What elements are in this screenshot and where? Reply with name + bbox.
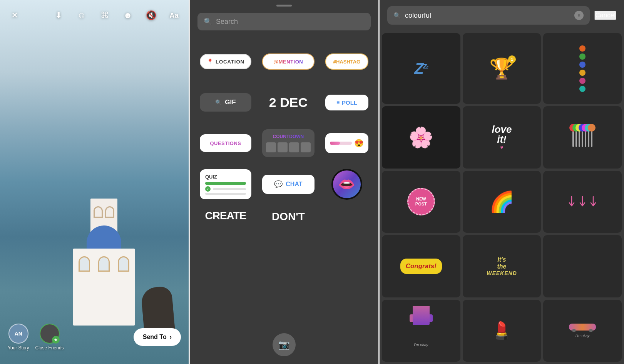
giphy-search-bar: 🔍 colourful × Cancel (380, 0, 624, 31)
sticker-poll[interactable]: ≡ POLL (323, 85, 371, 120)
panel-handle (276, 5, 292, 7)
sticker-quiz[interactable]: QUIZ ✓ (197, 167, 254, 202)
your-story-avatar: AN (8, 324, 28, 344)
giphy-result-zzz[interactable]: Zzz (382, 33, 460, 104)
story-toolbar: ✕ ⬇ ☺ ⌘ ☻ 🔇 Aa (0, 0, 189, 31)
giphy-result-trophy[interactable]: 🏆 1 (463, 33, 541, 104)
new-post-sticker: NEWPOST (407, 188, 435, 215)
quiz-label: QUIZ (205, 174, 246, 180)
emoji-button[interactable]: ☺ (75, 8, 89, 22)
giphy-result-new-post[interactable]: NEWPOST (382, 171, 460, 233)
poll-label: POLL (342, 99, 357, 106)
gif-search-icon: 🔍 (215, 99, 222, 105)
date-label: 2 DEC (269, 95, 308, 110)
sticker-mouth-emoji[interactable]: 👄 (323, 167, 371, 202)
audio-button[interactable]: 🔇 (144, 8, 158, 22)
camera-button[interactable]: 📷 (273, 333, 296, 356)
giphy-result-dots[interactable] (543, 33, 622, 104)
giphy-result-love-it[interactable]: love it! ♥ (463, 106, 541, 168)
giphy-result-empty[interactable] (543, 235, 622, 297)
link-button[interactable]: ⌘ (98, 8, 112, 22)
weekend-sticker: It's the WEEKEND (487, 256, 517, 276)
giphy-result-arrows[interactable] (543, 171, 622, 233)
face-effects-button[interactable]: ☻ (121, 8, 135, 22)
hashtag-label: #HASHTAG (333, 59, 361, 65)
gif-label: GIF (225, 99, 236, 106)
giphy-search-panel: 🔍 colourful × Cancel Zzz 🏆 1 (380, 0, 624, 364)
send-to-arrow: › (170, 334, 172, 341)
giphy-result-skateboard[interactable]: I'm okay (543, 300, 622, 362)
your-story-group[interactable]: AN Your Story (8, 324, 29, 351)
countdown-label: COUNTDOWN (266, 134, 311, 139)
location-label: LOCATION (216, 59, 244, 65)
mouth-emoji-sticker: 👄 (331, 169, 362, 200)
giphy-result-flower[interactable]: 🌸 (382, 106, 460, 168)
chat-bubble-icon: 💬 (274, 180, 283, 189)
sticker-mention[interactable]: @MENTION (260, 44, 317, 79)
zzz-sticker: Zzz (415, 60, 428, 77)
chat-label: CHAT (286, 181, 302, 188)
giphy-result-compact[interactable]: 💄 (463, 300, 541, 362)
giphy-cancel-button[interactable]: Cancel (594, 11, 616, 20)
close-friends-badge: ★ (52, 336, 60, 344)
download-button[interactable]: ⬇ (52, 8, 65, 22)
send-to-label: Send To (143, 334, 167, 341)
giphy-result-lollipops[interactable] (543, 106, 622, 168)
sticker-questions[interactable]: QUESTIONS (197, 126, 254, 160)
giphy-result-congrats[interactable]: Congrats! (382, 235, 460, 297)
sticker-create-dont[interactable]: CREATE (197, 208, 254, 243)
sticker-emoji-slider[interactable]: 😍 (323, 126, 371, 160)
congrats-sticker: Congrats! (400, 259, 442, 274)
sticker-date[interactable]: 2 DEC (260, 85, 317, 120)
sticker-search-bar[interactable]: 🔍 Search (197, 13, 371, 30)
giphy-search-input-box[interactable]: 🔍 colourful × (387, 6, 590, 25)
mention-label: @MENTION (274, 59, 303, 65)
giphy-result-makeup-brush[interactable]: I'm okay (382, 300, 460, 362)
story-background (0, 0, 189, 364)
flower-sticker: 🌸 (408, 126, 433, 149)
giphy-result-rainbow[interactable]: 🌈 (463, 171, 541, 233)
sticker-picker-panel: 🔍 Search 📍 LOCATION @MENTION #HASHTAG 🔍 (190, 0, 378, 364)
location-pin-icon: 📍 (207, 58, 213, 65)
search-icon: 🔍 (204, 17, 212, 26)
love-it-sticker: love it! ♥ (492, 124, 512, 150)
partial-sticker-2: DON'T (260, 208, 317, 243)
dont-label: DON'T (272, 210, 305, 223)
giphy-clear-button[interactable]: × (574, 11, 584, 20)
send-to-button[interactable]: Send To › (134, 328, 181, 346)
slider-emoji: 😍 (354, 139, 364, 148)
your-story-label: Your Story (8, 345, 29, 351)
create-dont-label: CREATE (205, 210, 246, 221)
sticker-gif[interactable]: 🔍 GIF (197, 85, 254, 120)
questions-label: QUESTIONS (210, 140, 241, 146)
sticker-chat[interactable]: 💬 CHAT (260, 167, 317, 202)
sticker-hashtag[interactable]: #HASHTAG (323, 44, 371, 79)
sticker-grid: 📍 LOCATION @MENTION #HASHTAG 🔍 GIF 2 DEC (190, 37, 378, 250)
sticker-search-placeholder: Search (216, 18, 238, 26)
story-bottom-bar: AN Your Story ★ Close Friends Send To › (0, 318, 189, 364)
compact-sticker: 💄 (491, 321, 512, 341)
rainbow-sticker: 🌈 (489, 190, 514, 214)
close-button[interactable]: ✕ (8, 8, 22, 22)
close-friends-group[interactable]: ★ Close Friends (35, 324, 64, 351)
close-friends-avatar: ★ (40, 324, 60, 344)
text-button[interactable]: Aa (167, 8, 181, 22)
poll-icon: ≡ (336, 99, 340, 105)
story-editor-panel: ✕ ⬇ ☺ ⌘ ☻ 🔇 Aa AN Your Story ★ Close Fri… (0, 0, 189, 364)
sticker-countdown[interactable]: COUNTDOWN (260, 126, 317, 160)
giphy-results-grid: Zzz 🏆 1 🌸 love it! (380, 31, 624, 364)
giphy-search-value: colourful (405, 12, 431, 20)
arrows-sticker (568, 196, 597, 207)
giphy-result-weekend[interactable]: It's the WEEKEND (463, 235, 541, 297)
sticker-location[interactable]: 📍 LOCATION (197, 44, 254, 79)
giphy-search-icon: 🔍 (393, 12, 401, 19)
close-friends-label: Close Friends (35, 345, 64, 351)
